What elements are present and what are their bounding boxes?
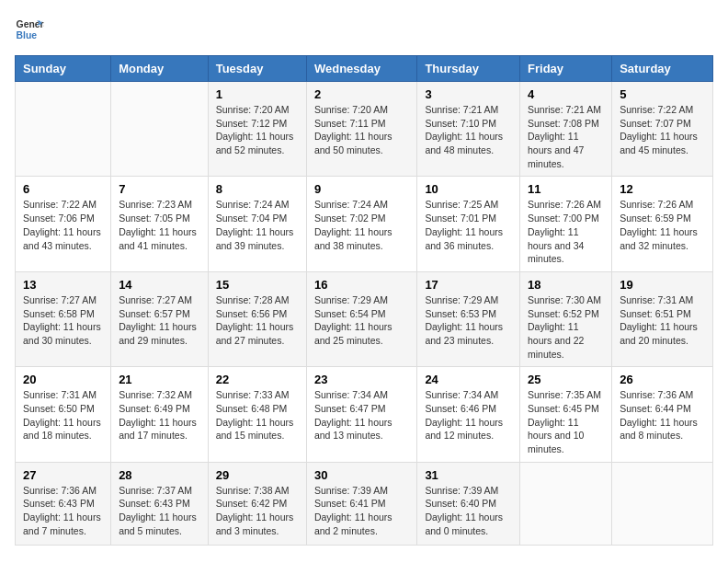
- day-number: 12: [620, 182, 705, 196]
- calendar-cell: 18 Sunrise: 7:30 AMSunset: 6:52 PMDaylig…: [520, 271, 612, 366]
- column-header-tuesday: Tuesday: [208, 56, 306, 82]
- day-info: Sunrise: 7:35 AMSunset: 6:45 PMDaylight:…: [528, 388, 604, 455]
- calendar-cell: 4 Sunrise: 7:21 AMSunset: 7:08 PMDayligh…: [520, 82, 612, 177]
- calendar-cell: [612, 462, 713, 545]
- day-number: 9: [314, 182, 409, 196]
- calendar-week-row: 13 Sunrise: 7:27 AMSunset: 6:58 PMDaylig…: [16, 271, 713, 366]
- calendar-table: SundayMondayTuesdayWednesdayThursdayFrid…: [15, 55, 713, 546]
- day-info: Sunrise: 7:20 AMSunset: 7:12 PMDaylight:…: [216, 103, 299, 157]
- day-number: 23: [314, 373, 409, 386]
- calendar-cell: 30 Sunrise: 7:39 AMSunset: 6:41 PMDaylig…: [306, 462, 416, 545]
- svg-text:Blue: Blue: [17, 30, 38, 40]
- calendar-cell: [111, 82, 209, 177]
- calendar-header-row: SundayMondayTuesdayWednesdayThursdayFrid…: [16, 56, 713, 82]
- column-header-saturday: Saturday: [612, 56, 713, 82]
- day-number: 14: [119, 278, 200, 292]
- day-info: Sunrise: 7:38 AMSunset: 6:42 PMDaylight:…: [216, 484, 299, 538]
- day-number: 15: [216, 278, 299, 292]
- calendar-cell: 23 Sunrise: 7:34 AMSunset: 6:47 PMDaylig…: [306, 367, 416, 462]
- calendar-cell: 10 Sunrise: 7:25 AMSunset: 7:01 PMDaylig…: [417, 177, 520, 271]
- day-info: Sunrise: 7:39 AMSunset: 6:41 PMDaylight:…: [314, 484, 409, 538]
- day-number: 19: [620, 278, 705, 292]
- day-info: Sunrise: 7:36 AMSunset: 6:43 PMDaylight:…: [23, 484, 103, 538]
- day-info: Sunrise: 7:31 AMSunset: 6:51 PMDaylight:…: [620, 293, 705, 348]
- calendar-cell: 24 Sunrise: 7:34 AMSunset: 6:46 PMDaylig…: [417, 367, 520, 462]
- calendar-cell: 11 Sunrise: 7:26 AMSunset: 7:00 PMDaylig…: [520, 177, 612, 271]
- day-number: 24: [425, 373, 512, 386]
- calendar-cell: [520, 462, 612, 545]
- day-number: 31: [425, 468, 512, 482]
- day-number: 1: [216, 87, 299, 101]
- day-number: 3: [425, 87, 512, 101]
- day-number: 27: [23, 468, 103, 482]
- calendar-week-row: 27 Sunrise: 7:36 AMSunset: 6:43 PMDaylig…: [16, 462, 713, 545]
- day-number: 29: [216, 468, 299, 482]
- calendar-cell: 12 Sunrise: 7:26 AMSunset: 6:59 PMDaylig…: [612, 177, 713, 271]
- day-info: Sunrise: 7:24 AMSunset: 7:04 PMDaylight:…: [216, 198, 299, 252]
- logo: General Blue: [15, 15, 48, 44]
- day-number: 22: [216, 373, 299, 386]
- day-number: 6: [23, 182, 103, 196]
- calendar-cell: 27 Sunrise: 7:36 AMSunset: 6:43 PMDaylig…: [16, 462, 111, 545]
- calendar-cell: 1 Sunrise: 7:20 AMSunset: 7:12 PMDayligh…: [208, 82, 306, 177]
- day-info: Sunrise: 7:31 AMSunset: 6:50 PMDaylight:…: [23, 388, 103, 442]
- day-info: Sunrise: 7:37 AMSunset: 6:43 PMDaylight:…: [119, 484, 200, 538]
- day-number: 21: [119, 373, 200, 386]
- calendar-cell: 5 Sunrise: 7:22 AMSunset: 7:07 PMDayligh…: [612, 82, 713, 177]
- day-info: Sunrise: 7:26 AMSunset: 7:00 PMDaylight:…: [528, 198, 604, 265]
- column-header-thursday: Thursday: [417, 56, 520, 82]
- day-number: 28: [119, 468, 200, 482]
- day-number: 20: [23, 373, 103, 386]
- calendar-week-row: 6 Sunrise: 7:22 AMSunset: 7:06 PMDayligh…: [16, 177, 713, 271]
- day-number: 11: [528, 182, 604, 196]
- calendar-cell: 26 Sunrise: 7:36 AMSunset: 6:44 PMDaylig…: [612, 367, 713, 462]
- day-info: Sunrise: 7:29 AMSunset: 6:54 PMDaylight:…: [314, 293, 409, 348]
- calendar-week-row: 20 Sunrise: 7:31 AMSunset: 6:50 PMDaylig…: [16, 367, 713, 462]
- day-number: 30: [314, 468, 409, 482]
- calendar-cell: 16 Sunrise: 7:29 AMSunset: 6:54 PMDaylig…: [306, 271, 416, 366]
- calendar-week-row: 1 Sunrise: 7:20 AMSunset: 7:12 PMDayligh…: [16, 82, 713, 177]
- column-header-monday: Monday: [111, 56, 209, 82]
- day-number: 17: [425, 278, 512, 292]
- calendar-cell: 9 Sunrise: 7:24 AMSunset: 7:02 PMDayligh…: [306, 177, 416, 271]
- day-info: Sunrise: 7:28 AMSunset: 6:56 PMDaylight:…: [216, 293, 299, 348]
- day-info: Sunrise: 7:30 AMSunset: 6:52 PMDaylight:…: [528, 293, 604, 361]
- day-info: Sunrise: 7:39 AMSunset: 6:40 PMDaylight:…: [425, 484, 512, 538]
- day-info: Sunrise: 7:34 AMSunset: 6:47 PMDaylight:…: [314, 388, 409, 442]
- day-number: 5: [620, 87, 705, 101]
- calendar-cell: 21 Sunrise: 7:32 AMSunset: 6:49 PMDaylig…: [111, 367, 209, 462]
- day-info: Sunrise: 7:32 AMSunset: 6:49 PMDaylight:…: [119, 388, 200, 442]
- day-number: 25: [528, 373, 604, 386]
- day-info: Sunrise: 7:27 AMSunset: 6:58 PMDaylight:…: [23, 293, 103, 348]
- calendar-cell: 20 Sunrise: 7:31 AMSunset: 6:50 PMDaylig…: [16, 367, 111, 462]
- day-info: Sunrise: 7:22 AMSunset: 7:07 PMDaylight:…: [620, 103, 705, 157]
- calendar-cell: 3 Sunrise: 7:21 AMSunset: 7:10 PMDayligh…: [417, 82, 520, 177]
- day-info: Sunrise: 7:23 AMSunset: 7:05 PMDaylight:…: [119, 198, 200, 252]
- calendar-cell: 7 Sunrise: 7:23 AMSunset: 7:05 PMDayligh…: [111, 177, 209, 271]
- day-number: 4: [528, 87, 604, 101]
- day-number: 2: [314, 87, 409, 101]
- calendar-cell: 2 Sunrise: 7:20 AMSunset: 7:11 PMDayligh…: [306, 82, 416, 177]
- day-info: Sunrise: 7:29 AMSunset: 6:53 PMDaylight:…: [425, 293, 512, 348]
- day-info: Sunrise: 7:26 AMSunset: 6:59 PMDaylight:…: [620, 198, 705, 252]
- day-info: Sunrise: 7:25 AMSunset: 7:01 PMDaylight:…: [425, 198, 512, 252]
- day-info: Sunrise: 7:20 AMSunset: 7:11 PMDaylight:…: [314, 103, 409, 157]
- column-header-wednesday: Wednesday: [306, 56, 416, 82]
- day-info: Sunrise: 7:34 AMSunset: 6:46 PMDaylight:…: [425, 388, 512, 442]
- day-number: 26: [620, 373, 705, 386]
- calendar-cell: 31 Sunrise: 7:39 AMSunset: 6:40 PMDaylig…: [417, 462, 520, 545]
- calendar-cell: 13 Sunrise: 7:27 AMSunset: 6:58 PMDaylig…: [16, 271, 111, 366]
- day-info: Sunrise: 7:33 AMSunset: 6:48 PMDaylight:…: [216, 388, 299, 442]
- day-number: 18: [528, 278, 604, 292]
- calendar-cell: 14 Sunrise: 7:27 AMSunset: 6:57 PMDaylig…: [111, 271, 209, 366]
- calendar-cell: 22 Sunrise: 7:33 AMSunset: 6:48 PMDaylig…: [208, 367, 306, 462]
- calendar-cell: 6 Sunrise: 7:22 AMSunset: 7:06 PMDayligh…: [16, 177, 111, 271]
- day-info: Sunrise: 7:22 AMSunset: 7:06 PMDaylight:…: [23, 198, 103, 252]
- calendar-cell: 15 Sunrise: 7:28 AMSunset: 6:56 PMDaylig…: [208, 271, 306, 366]
- calendar-cell: 17 Sunrise: 7:29 AMSunset: 6:53 PMDaylig…: [417, 271, 520, 366]
- day-info: Sunrise: 7:21 AMSunset: 7:10 PMDaylight:…: [425, 103, 512, 157]
- day-info: Sunrise: 7:21 AMSunset: 7:08 PMDaylight:…: [528, 103, 604, 170]
- calendar-cell: [16, 82, 111, 177]
- day-number: 8: [216, 182, 299, 196]
- calendar-cell: 25 Sunrise: 7:35 AMSunset: 6:45 PMDaylig…: [520, 367, 612, 462]
